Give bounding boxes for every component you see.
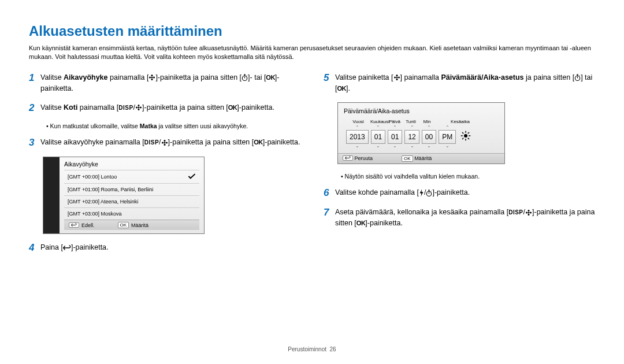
- ampm-value[interactable]: PM: [439, 130, 456, 144]
- macro-icon: [148, 72, 155, 83]
- step-number-3: 3: [29, 137, 40, 148]
- timezone-panel: Aikavyöhyke [GMT +00:00] Lontoo [GMT +01…: [43, 157, 205, 234]
- disp-icon: DISP: [118, 105, 133, 111]
- ampm-up[interactable]: ⌃: [445, 125, 450, 130]
- hour-down[interactable]: ⌄: [410, 144, 414, 148]
- ok-icon: OK: [356, 220, 366, 226]
- step-1-text: Valitse Aikavyöhyke painamalla []-painik…: [40, 72, 300, 94]
- ok-icon: OK: [266, 74, 275, 81]
- disp-icon: DISP: [144, 139, 159, 146]
- step-5-note: Näytön sisältö voi vaihdella valitun kie…: [341, 172, 595, 181]
- step-number-6: 6: [324, 187, 335, 199]
- min-down[interactable]: ⌄: [427, 144, 431, 148]
- step-number-1: 1: [29, 72, 40, 94]
- flash-icon: [419, 188, 424, 199]
- set-button[interactable]: OK Määritä: [402, 155, 432, 162]
- intro-text: Kun käynnistät kameran ensimmäistä kerta…: [29, 44, 595, 62]
- year-up[interactable]: ⌃: [355, 125, 359, 130]
- step-2-note: Kun matkustat ulkomaille, valitse Matka …: [46, 122, 300, 131]
- month-value[interactable]: 01: [371, 130, 385, 144]
- dst-icon[interactable]: [458, 131, 473, 143]
- datetime-panel-title: Päivämäärä/Aika-asetus: [344, 107, 499, 114]
- timer-icon: [242, 72, 248, 83]
- timezone-option[interactable]: [GMT +02:00] Ateena, Helsinki: [64, 195, 199, 207]
- hour-value[interactable]: 12: [404, 130, 419, 144]
- step-2-text: Valitse Koti painamalla [DISP/]-painiket…: [40, 102, 300, 114]
- month-down[interactable]: ⌄: [376, 144, 380, 148]
- macro-icon: [161, 138, 168, 148]
- min-up[interactable]: ⌃: [427, 125, 431, 130]
- year-value[interactable]: 2013: [346, 130, 369, 144]
- check-icon: [188, 173, 196, 180]
- right-column: 5 Valitse painiketta [] painamalla Päivä…: [324, 72, 595, 262]
- disp-icon: DISP: [508, 209, 523, 216]
- macro-icon: [393, 72, 400, 83]
- timezone-option[interactable]: [GMT +03:00] Moskova: [64, 207, 199, 220]
- day-value[interactable]: 01: [388, 130, 402, 144]
- ok-icon: OK: [337, 85, 346, 92]
- set-button[interactable]: OKMääritä: [118, 222, 149, 228]
- timer-icon: [574, 72, 581, 83]
- step-number-4: 4: [29, 242, 40, 254]
- ok-icon: OK: [254, 139, 263, 146]
- day-up[interactable]: ⌃: [393, 125, 397, 130]
- day-down[interactable]: ⌄: [393, 144, 397, 148]
- year-down[interactable]: ⌄: [355, 144, 359, 148]
- month-up[interactable]: ⌃: [376, 125, 380, 130]
- macro-icon: [135, 102, 142, 113]
- timer-icon: [426, 188, 432, 199]
- timezone-panel-title: Aikavyöhyke: [64, 161, 199, 168]
- page-title: Alkuasetusten määrittäminen: [29, 23, 595, 39]
- min-value[interactable]: 00: [422, 130, 436, 144]
- step-3-text: Valitse aikavyöhyke painamalla [DISP/]-p…: [40, 137, 300, 148]
- step-number-7: 7: [324, 207, 335, 229]
- cancel-button[interactable]: Peruuta: [343, 155, 373, 162]
- ok-icon: OK: [228, 104, 237, 111]
- back-button[interactable]: Edell.: [69, 222, 95, 228]
- step-number-5: 5: [324, 72, 335, 94]
- timezone-option[interactable]: [GMT +01:00] Rooma, Pariisi, Berliini: [64, 183, 199, 195]
- macro-icon: [525, 207, 532, 218]
- step-6-text: Valitse kohde painamalla [/]-painiketta.: [335, 187, 595, 199]
- back-icon: [63, 243, 71, 254]
- page-footer: Perustoiminnot 26: [0, 346, 624, 352]
- hour-up[interactable]: ⌃: [410, 125, 414, 130]
- step-5-text: Valitse painiketta [] painamalla Päivämä…: [335, 72, 595, 94]
- step-7-text: Aseta päivämäärä, kellonaika ja kesäaika…: [335, 207, 595, 229]
- step-number-2: 2: [29, 102, 40, 114]
- left-column: 1 Valitse Aikavyöhyke painamalla []-pain…: [29, 72, 300, 262]
- datetime-panel: Päivämäärä/Aika-asetus Vuosi Kuukausi Pä…: [337, 102, 505, 164]
- step-4-text: Paina []-painiketta.: [40, 242, 300, 254]
- timezone-option[interactable]: [GMT +00:00] Lontoo: [64, 170, 199, 183]
- ampm-down[interactable]: ⌄: [445, 144, 450, 148]
